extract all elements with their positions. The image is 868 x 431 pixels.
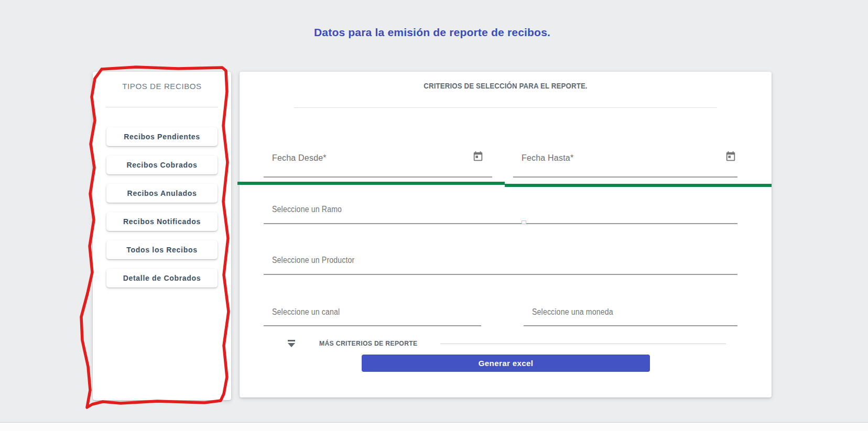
calendar-icon xyxy=(472,156,484,164)
bottom-strip xyxy=(0,422,868,431)
moneda-underline xyxy=(524,325,737,326)
generate-excel-button[interactable]: Generar excel xyxy=(362,355,650,372)
sidebar-button-recibos-notificados[interactable]: Recibos Notificados xyxy=(106,212,218,231)
sidebar-panel: TIPOS DE RECIBOS Recibos Pendientes Reci… xyxy=(93,72,231,400)
form-divider xyxy=(294,107,717,108)
ramo-caret-mark xyxy=(522,220,526,224)
canal-underline xyxy=(264,325,481,326)
green-bar-right xyxy=(505,184,772,187)
page-title: Datos para la emisión de reporte de reci… xyxy=(93,26,772,39)
productor-select[interactable]: Seleccione un Productor xyxy=(272,256,354,265)
ramo-underline xyxy=(264,223,737,224)
more-criteria-label: MÁS CRITERIOS DE REPORTE xyxy=(319,339,418,347)
sidebar-title: TIPOS DE RECIBOS xyxy=(93,82,231,91)
fecha-desde-datepicker-toggle[interactable] xyxy=(472,151,484,163)
sidebar-button-recibos-anulados[interactable]: Recibos Anulados xyxy=(106,184,218,203)
fecha-hasta-datepicker-toggle[interactable] xyxy=(724,151,737,163)
canal-select[interactable]: Seleccione un canal xyxy=(272,307,340,317)
more-criteria-expander[interactable]: MÁS CRITERIOS DE REPORTE xyxy=(240,336,772,353)
form-title: CRITERIOS DE SELECCIÓN PARA EL REPORTE. xyxy=(272,81,740,90)
fecha-hasta-underline xyxy=(513,176,737,178)
ramo-select[interactable]: Seleccione un Ramo xyxy=(272,205,342,214)
sidebar-button-recibos-pendientes[interactable]: Recibos Pendientes xyxy=(106,127,218,146)
calendar-icon xyxy=(725,156,736,164)
sidebar-button-todos-los-recibos[interactable]: Todos los Recibos xyxy=(106,240,218,259)
productor-underline xyxy=(264,274,737,275)
green-bar-left xyxy=(237,182,505,185)
sidebar-button-recibos-cobrados[interactable]: Recibos Cobrados xyxy=(106,156,218,174)
sidebar-button-detalle-de-cobrados[interactable]: Detalle de Cobrados xyxy=(106,269,218,288)
sidebar-divider xyxy=(106,107,218,107)
moneda-select[interactable]: Seleccione una moneda xyxy=(532,307,613,317)
fecha-desde-underline xyxy=(264,176,492,178)
report-page: Datos para la emisión de reporte de reci… xyxy=(0,0,868,431)
fecha-desde-input[interactable]: Fecha Desde* xyxy=(272,153,327,163)
report-criteria-panel: CRITERIOS DE SELECCIÓN PARA EL REPORTE. … xyxy=(240,72,772,397)
more-criteria-divider xyxy=(440,344,726,344)
fecha-hasta-input[interactable]: Fecha Hasta* xyxy=(522,153,573,163)
filter-dropdown-icon xyxy=(287,340,296,347)
